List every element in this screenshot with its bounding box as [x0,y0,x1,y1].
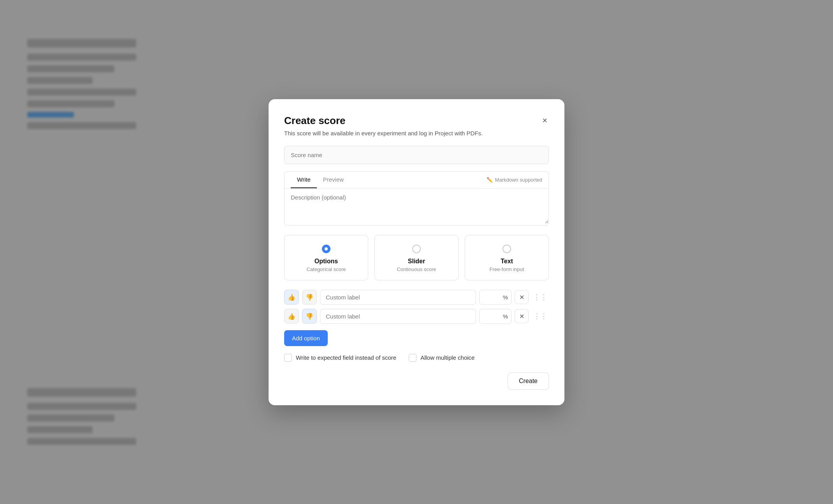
text-name: Text [501,258,513,265]
score-types: Options Categorical score Slider Continu… [284,235,549,280]
multiple-choice-box [409,354,416,362]
slider-name: Slider [408,258,425,265]
tabs: Write Preview [291,172,350,188]
description-textarea[interactable] [285,189,548,224]
label-input-2[interactable] [320,309,476,324]
drag-handle-1[interactable]: ⋮⋮ [532,293,549,301]
markdown-icon: ✏️ [487,177,493,183]
option-row-2: 👍 👎 0 % ✕ ⋮⋮ [284,309,549,324]
modal-title: Create score [284,115,346,127]
score-number-1[interactable]: 100 [480,290,503,304]
checkboxes-row: Write to expected field instead of score… [284,354,549,362]
text-desc: Free-form input [490,266,524,272]
score-type-text[interactable]: Text Free-form input [465,235,549,280]
create-button[interactable]: Create [508,373,549,390]
percent-1: % [503,290,511,304]
options-desc: Categorical score [306,266,346,272]
write-expected-label: Write to expected field instead of score [296,354,396,361]
tab-bar: Write Preview ✏️ Markdown supported [285,172,548,189]
score-type-slider[interactable]: Slider Continuous score [374,235,459,280]
add-option-button[interactable]: Add option [284,330,328,346]
label-input-1[interactable] [320,290,476,305]
multiple-choice-label: Allow multiple choice [420,354,474,361]
modal-header: Create score × [284,115,549,127]
description-container: Write Preview ✏️ Markdown supported [284,171,549,226]
drag-handle-2[interactable]: ⋮⋮ [532,312,549,320]
modal-footer: Create [284,373,549,390]
thumbup-btn-2[interactable]: 👍 [284,309,299,324]
option-row-1: 👍 👎 100 % ✕ ⋮⋮ [284,290,549,305]
slider-desc: Continuous score [397,266,436,272]
modal-subtitle: This score will be available in every ex… [284,130,549,136]
options-list: 👍 👎 100 % ✕ ⋮⋮ 👍 👎 0 % ✕ ⋮⋮ [284,290,549,324]
close-button[interactable]: × [541,115,549,126]
options-name: Options [315,258,338,265]
options-radio [322,245,330,253]
slider-radio [412,245,421,253]
score-wrapper-2: 0 % [479,309,511,324]
percent-2: % [503,309,511,324]
multiple-choice-checkbox[interactable]: Allow multiple choice [409,354,474,362]
markdown-hint: ✏️ Markdown supported [487,177,542,183]
text-radio [503,245,511,253]
score-type-options[interactable]: Options Categorical score [284,235,368,280]
write-expected-checkbox[interactable]: Write to expected field instead of score [284,354,396,362]
score-number-2[interactable]: 0 [480,309,503,324]
score-wrapper-1: 100 % [479,290,511,305]
create-score-modal: Create score × This score will be availa… [269,99,564,405]
thumbdown-btn-2[interactable]: 👎 [302,309,317,324]
remove-btn-1[interactable]: ✕ [515,290,529,304]
thumbdown-btn-1[interactable]: 👎 [302,290,317,304]
thumbup-btn-1[interactable]: 👍 [284,290,299,304]
remove-btn-2[interactable]: ✕ [515,309,529,323]
tab-write[interactable]: Write [291,172,317,188]
score-name-input[interactable] [284,146,549,164]
write-expected-box [284,354,292,362]
tab-preview[interactable]: Preview [317,172,350,188]
